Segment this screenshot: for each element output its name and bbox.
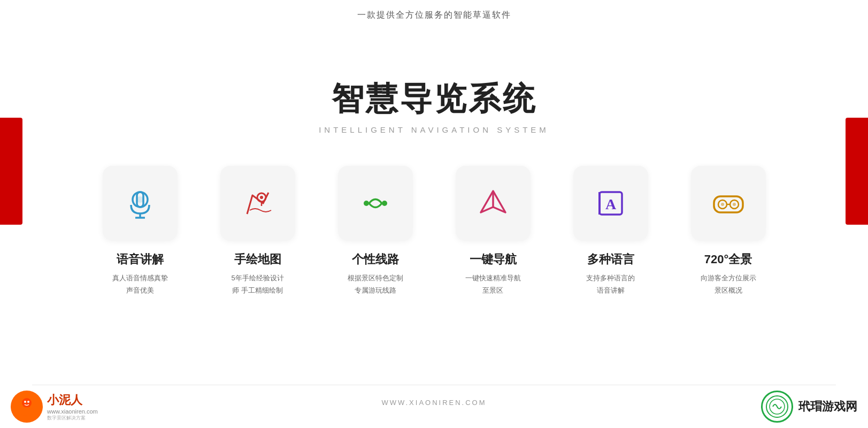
feature-card-route: 个性线路根据景区特色定制专属游玩线路 — [322, 166, 429, 297]
top-subtitle: 一款提供全方位服务的智能草逼软件 — [0, 10, 868, 21]
footer-url: WWW.XIAONIREN.COM — [0, 399, 868, 407]
map-title: 手绘地图 — [234, 251, 281, 268]
logo-right: 玳瑁游戏网 — [761, 391, 857, 423]
lang-desc: 支持多种语言的语音讲解 — [586, 272, 635, 297]
svg-point-23 — [27, 401, 29, 403]
feature-card-panorama: 720°全景向游客全方位展示景区概况 — [675, 166, 782, 297]
logo-right-name: 玳瑁游戏网 — [798, 399, 857, 415]
svg-point-20 — [22, 398, 32, 408]
route-icon-box — [338, 166, 413, 241]
logo-left: 小泥人 www.xiaoniren.com 数字景区解决方案 — [11, 391, 98, 423]
svg-point-4 — [137, 196, 143, 203]
logo-name: 小泥人 — [47, 392, 98, 408]
logo-left-icon — [11, 391, 43, 423]
logo-desc: 数字景区解决方案 — [47, 415, 98, 422]
lang-title: 多种语言 — [587, 251, 634, 268]
svg-point-21 — [20, 407, 34, 416]
main-title-chinese: 智慧导览系统 — [0, 78, 868, 121]
feature-card-nav: 一键导航一键快速精准导航至景区 — [440, 166, 547, 297]
svg-point-6 — [260, 196, 263, 199]
nav-icon-box — [456, 166, 531, 241]
bottom-divider — [32, 385, 836, 385]
voice-title: 语音讲解 — [117, 251, 164, 268]
feature-card-voice: 语音讲解真人语音情感真挚声音优美 — [87, 166, 194, 297]
svg-point-22 — [24, 401, 26, 403]
features-container: 语音讲解真人语音情感真挚声音优美 手绘地图5年手绘经验设计师 手工精细绘制 个性… — [64, 166, 804, 297]
logo-url: www.xiaoniren.com — [47, 408, 98, 415]
panorama-icon-box — [691, 166, 766, 241]
route-title: 个性线路 — [352, 251, 399, 268]
nav-desc: 一键快速精准导航至景区 — [465, 272, 521, 297]
svg-point-18 — [721, 203, 724, 206]
feature-card-map: 手绘地图5年手绘经验设计师 手工精细绘制 — [204, 166, 311, 297]
voice-icon-box — [103, 166, 178, 241]
lang-icon-box: A — [573, 166, 648, 241]
map-icon-box — [220, 166, 295, 241]
svg-point-8 — [382, 201, 387, 206]
map-desc: 5年手绘经验设计师 手工精细绘制 — [231, 272, 283, 297]
svg-point-7 — [364, 201, 369, 206]
panorama-desc: 向游客全方位展示景区概况 — [701, 272, 756, 297]
xiaoniren-icon — [17, 396, 37, 417]
daimao-icon — [765, 395, 789, 418]
svg-text:A: A — [605, 196, 616, 212]
main-title-english: INTELLIGENT NAVIGATION SYSTEM — [0, 125, 868, 134]
panorama-title: 720°全景 — [704, 251, 752, 268]
feature-card-lang: A 多种语言支持多种语言的语音讲解 — [557, 166, 664, 297]
logo-left-text: 小泥人 www.xiaoniren.com 数字景区解决方案 — [47, 392, 98, 422]
title-area: 智慧导览系统 INTELLIGENT NAVIGATION SYSTEM — [0, 78, 868, 134]
voice-desc: 真人语音情感真挚声音优美 — [112, 272, 168, 297]
route-desc: 根据景区特色定制专属游玩线路 — [348, 272, 403, 297]
svg-point-19 — [733, 203, 736, 206]
nav-title: 一键导航 — [470, 251, 517, 268]
logo-right-icon — [761, 391, 793, 423]
